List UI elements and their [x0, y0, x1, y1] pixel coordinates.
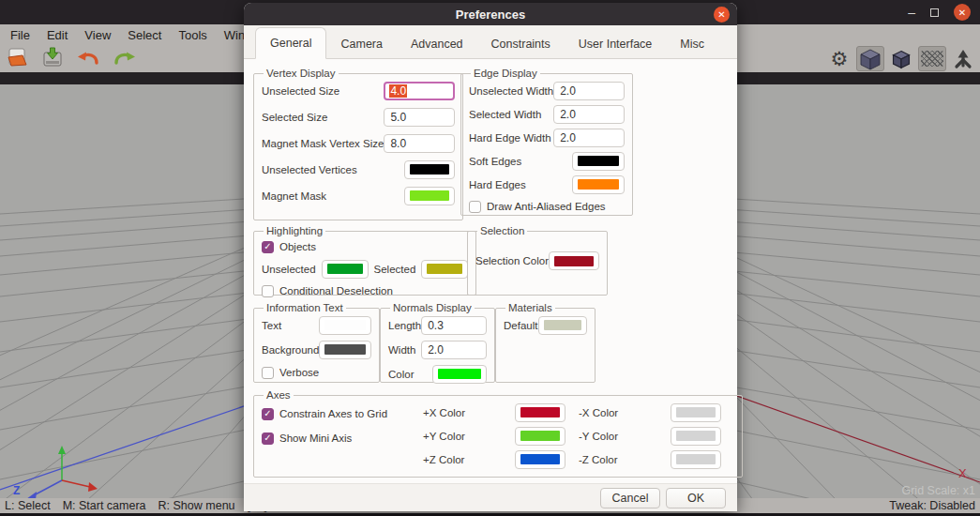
- +y-color-swatch[interactable]: [515, 427, 565, 446]
- magnet-mask-swatch[interactable]: [404, 187, 455, 205]
- unselected-size-input[interactable]: 4.0: [384, 82, 455, 100]
- row-text: Text: [262, 315, 371, 335]
- dialog-titlebar[interactable]: Preferences ✕: [244, 3, 737, 25]
- menu-item-edit[interactable]: Edit: [38, 28, 76, 42]
- color-chip: [327, 264, 363, 274]
- axes-row-+y-color: +Y Color: [423, 426, 565, 446]
- wireframe-cube-icon[interactable]: [887, 46, 915, 71]
- menu-item-file[interactable]: File: [2, 28, 38, 42]
- minimize-icon[interactable]: –: [908, 8, 915, 17]
- default-swatch[interactable]: [538, 316, 587, 335]
- input-value: 5.0: [390, 111, 406, 124]
- color-chip: [676, 454, 716, 464]
- tab-camera[interactable]: Camera: [326, 29, 396, 59]
- mesh-icon[interactable]: [918, 46, 946, 71]
- toolbar-left-group: [3, 47, 137, 71]
- color-swatch[interactable]: [432, 365, 487, 384]
- color-chip: [554, 256, 594, 266]
- dialog-close-icon[interactable]: ✕: [714, 7, 730, 23]
- hard-edges-swatch[interactable]: [572, 175, 625, 194]
- shaded-cube-icon[interactable]: [856, 46, 884, 71]
- label-soft-edges: Soft Edges: [469, 156, 521, 167]
- status-tweak: Tweak: Disabled: [889, 499, 975, 512]
- color-chip: [676, 431, 716, 441]
- checkbox-draw-anti-aliased-edges[interactable]: [469, 201, 481, 213]
- save-icon[interactable]: [41, 47, 64, 71]
- ok-button[interactable]: OK: [666, 488, 726, 508]
- menu-item-view[interactable]: View: [76, 28, 119, 42]
- checkbox-conditional-deselection[interactable]: [262, 285, 274, 297]
- menu-item-tools[interactable]: Tools: [170, 28, 215, 42]
- tweak-arrows-icon[interactable]: [949, 46, 977, 71]
- label-constrain-axes-to-grid: Constrain Axes to Grid: [279, 408, 387, 419]
- magnet-mask-vertex-size-input[interactable]: 8.0: [384, 134, 455, 153]
- row-selected-size: Selected Size5.0: [262, 107, 455, 127]
- selected-size-input[interactable]: 5.0: [384, 108, 455, 127]
- redo-icon[interactable]: [113, 48, 137, 70]
- section-rows: Unselected Width2.0Selected Width2.0Hard…: [469, 81, 625, 215]
- length-input[interactable]: 0.3: [421, 316, 487, 335]
- text-swatch[interactable]: [319, 316, 371, 335]
- section-rows: Selection Color: [475, 238, 599, 283]
- selection-color-swatch[interactable]: [549, 251, 599, 270]
- window-close-icon[interactable]: ✕: [954, 4, 971, 21]
- open-icon[interactable]: [7, 47, 29, 71]
- y-color-swatch[interactable]: [671, 427, 721, 446]
- label-selection-color: Selection Color: [475, 255, 549, 266]
- checkbox-objects[interactable]: [262, 241, 274, 253]
- background-swatch[interactable]: [319, 341, 371, 359]
- toolbar-right-group: ⚙: [825, 46, 977, 71]
- label-unselected: Unselected: [262, 264, 316, 275]
- mini-axis-z-label: Z: [13, 484, 20, 497]
- menu-item-select[interactable]: Select: [119, 28, 170, 42]
- restore-icon[interactable]: [930, 8, 939, 17]
- unselected-vertices-swatch[interactable]: [404, 160, 455, 179]
- x-color-swatch[interactable]: [671, 403, 721, 422]
- section-legend: Information Text: [264, 302, 346, 313]
- dialog-tabs: GeneralCameraAdvancedConstraintsUser Int…: [244, 25, 737, 59]
- selected-width-input[interactable]: 2.0: [553, 105, 625, 124]
- undo-icon[interactable]: [76, 48, 100, 70]
- z-color-swatch[interactable]: [671, 450, 721, 469]
- row-hard-edge-width: Hard Edge Width2.0: [469, 128, 625, 147]
- label-selected-size: Selected Size: [262, 112, 327, 123]
- section-rows: Length0.3Width2.0Color: [388, 315, 487, 384]
- row-selected-width: Selected Width2.0: [469, 104, 625, 124]
- tab-advanced[interactable]: Advanced: [397, 29, 477, 59]
- label-show-mini-axis: Show Mini Axis: [279, 433, 352, 444]
- unselected-swatch[interactable]: [322, 260, 369, 279]
- gear-icon[interactable]: ⚙: [825, 46, 853, 71]
- input-value: 2.0: [560, 108, 576, 121]
- tab-user-interface[interactable]: User Interface: [565, 29, 667, 59]
- tab-misc[interactable]: Misc: [666, 29, 718, 59]
- +z-color-swatch[interactable]: [515, 450, 565, 469]
- color-chip: [676, 407, 716, 417]
- section-legend: Axes: [264, 389, 294, 401]
- checkbox-verbose[interactable]: [262, 367, 274, 379]
- +x-color-swatch[interactable]: [515, 403, 565, 422]
- row-width: Width2.0: [388, 340, 487, 359]
- checkbox-constrain-axes-to-grid[interactable]: [262, 408, 274, 420]
- selected-swatch[interactable]: [421, 260, 468, 279]
- section-materials: MaterialsDefault: [495, 302, 596, 383]
- tab-constraints[interactable]: Constraints: [477, 29, 565, 59]
- color-chip: [578, 179, 619, 190]
- unselected-width-input[interactable]: 2.0: [553, 82, 625, 100]
- checkbox-show-mini-axis[interactable]: [262, 433, 274, 445]
- color-chip: [520, 431, 560, 441]
- soft-edges-swatch[interactable]: [572, 152, 625, 171]
- label-+x-color: +X Color: [423, 407, 465, 418]
- hard-edge-width-input[interactable]: 2.0: [553, 129, 625, 147]
- row-unselected-size: Unselected Size4.0: [262, 81, 455, 100]
- tab-general[interactable]: General: [255, 27, 326, 59]
- row-unselected-vertices: Unselected Vertices: [262, 159, 455, 179]
- label-color: Color: [388, 369, 414, 380]
- section-legend: Selection: [477, 225, 527, 236]
- axes-row-+x-color: +X Color: [423, 402, 565, 422]
- axes-row-z-color: -Z Color: [579, 449, 721, 469]
- cancel-button[interactable]: Cancel: [600, 488, 660, 508]
- width-input[interactable]: 2.0: [421, 341, 487, 359]
- section-selection: SelectionSelection Color: [467, 225, 608, 296]
- label-width: Width: [388, 344, 415, 356]
- preferences-dialog: Preferences ✕ GeneralCameraAdvancedConst…: [244, 3, 737, 511]
